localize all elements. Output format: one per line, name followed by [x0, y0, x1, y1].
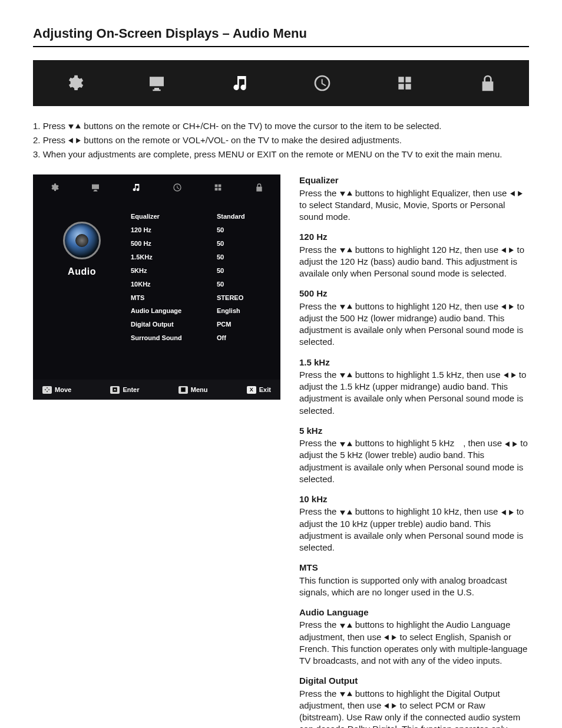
grid-icon: [394, 73, 415, 94]
down-up-arrows-icon: [339, 441, 353, 447]
section-title: Equalizer: [299, 174, 529, 186]
left-right-arrows-icon: [501, 509, 514, 516]
osd-row-label: 5KHz: [131, 266, 147, 275]
osd-screenshot: Audio EqualizerStandard120 Hz50500 Hz501…: [33, 174, 280, 400]
section-body: Press the buttons to highlight 1.5 kHz, …: [299, 369, 529, 417]
osd-row-label: Equalizer: [131, 212, 160, 221]
section: MTSThis function is supported only with …: [299, 562, 529, 598]
osd-row-label: Audio Language: [131, 307, 181, 315]
osd-settings-icon: [49, 183, 59, 192]
osd-row: Audio LanguageEnglish: [131, 304, 264, 318]
back-key-icon: [178, 386, 188, 394]
section-body: Press the buttons to highlight 10 kHz, t…: [299, 506, 529, 554]
section: Digital OutputPress the buttons to highl…: [299, 675, 529, 728]
section: EqualizerPress the buttons to highlight …: [299, 174, 529, 223]
osd-row-label: Surround Sound: [131, 334, 182, 342]
settings-icon: [64, 73, 85, 94]
down-up-arrows-icon: [339, 190, 353, 197]
lock-icon: [477, 73, 498, 94]
section-body: Press the buttons to highlight the Audio…: [299, 619, 529, 667]
left-right-arrows-icon: [510, 190, 523, 197]
osd-lock-icon: [254, 183, 264, 192]
osd-row-value: 50: [217, 280, 264, 289]
left-right-arrows-icon: [384, 703, 397, 709]
osd-footer: Move Enter Menu XExit: [33, 380, 280, 400]
osd-row-value: Standard: [217, 212, 264, 221]
section-title: 1.5 kHz: [299, 357, 529, 368]
step-3: 3. When your adjustments are complete, p…: [33, 149, 529, 160]
step-1: 1. Press buttons on the remote or CH+/CH…: [33, 120, 529, 132]
osd-grid-icon: [213, 183, 223, 192]
osd-row-value: 50: [217, 239, 264, 248]
section-title: MTS: [299, 562, 529, 574]
osd-clock-icon: [173, 183, 182, 192]
down-up-arrows-icon: [68, 123, 81, 130]
section-title: 10 kHz: [299, 493, 529, 505]
osd-row: Digital OutputPCM: [131, 318, 264, 331]
down-up-arrows-icon: [339, 247, 353, 253]
osd-row-value: PCM: [217, 320, 264, 329]
osd-row: 10KHz50: [131, 278, 264, 291]
left-right-arrows-icon: [384, 634, 397, 641]
step-2: 2. Press buttons on the remote or VOL+/V…: [33, 134, 529, 146]
descriptions-column: EqualizerPress the buttons to highlight …: [299, 174, 529, 728]
osd-menu-hint: Menu: [178, 386, 208, 394]
clock-icon: [312, 73, 333, 94]
left-right-arrows-icon: [504, 441, 518, 447]
osd-row-label: Digital Output: [131, 320, 174, 329]
left-right-arrows-icon: [503, 372, 517, 378]
osd-row-value: 50: [217, 226, 264, 235]
section: 1.5 kHzPress the buttons to highlight 1.…: [299, 357, 529, 417]
speaker-graphic: [63, 222, 101, 259]
osd-row-value: 50: [217, 266, 264, 275]
osd-row: MTSSTEREO: [131, 291, 264, 305]
osd-music-icon: [131, 183, 141, 192]
section: Audio LanguagePress the buttons to highl…: [299, 607, 529, 667]
down-up-arrows-icon: [339, 509, 353, 516]
left-right-arrows-icon: [501, 247, 514, 253]
x-key-icon: X: [247, 386, 256, 394]
page-title: Adjusting On-Screen Displays – Audio Men…: [33, 25, 529, 47]
section-body: Press the buttons to highlight Equalizer…: [299, 187, 529, 223]
osd-row: 120 Hz50: [131, 223, 264, 237]
section-body: This function is supported only with ana…: [299, 575, 529, 599]
osd-row-label: 1.5KHz: [131, 253, 153, 262]
osd-enter-hint: Enter: [110, 386, 139, 394]
osd-row-value: English: [217, 307, 264, 315]
osd-row: EqualizerStandard: [131, 210, 264, 223]
down-up-arrows-icon: [339, 691, 353, 697]
osd-row-value: Off: [217, 334, 264, 342]
section-body: Press the buttons to highlight 120 Hz, t…: [299, 301, 529, 348]
down-up-arrows-icon: [339, 304, 353, 310]
osd-row: 500 Hz50: [131, 237, 264, 251]
osd-row-value: 50: [217, 253, 264, 262]
osd-row: Surround SoundOff: [131, 331, 264, 345]
section-body: Press the buttons to highlight the Digit…: [299, 688, 529, 728]
monitor-icon: [146, 73, 167, 94]
section-title: 500 Hz: [299, 288, 529, 299]
instruction-steps: 1. Press buttons on the remote or CH+/CH…: [33, 120, 529, 161]
osd-row-label: 500 Hz: [131, 239, 151, 248]
music-icon: [229, 73, 250, 94]
section-title: 5 kHz: [299, 425, 529, 437]
section: 10 kHzPress the buttons to highlight 10 …: [299, 493, 529, 554]
osd-settings-list: EqualizerStandard120 Hz50500 Hz501.5KHz5…: [131, 210, 264, 379]
section: 120 HzPress the buttons to highlight 120…: [299, 231, 529, 279]
osd-row: 5KHz50: [131, 264, 264, 278]
osd-row-label: 120 Hz: [131, 226, 151, 235]
down-up-arrows-icon: [339, 622, 353, 629]
section-body: Press the buttons to highlight 5 kHz , t…: [299, 437, 529, 485]
section-body: Press the buttons to highlight 120 Hz, t…: [299, 244, 529, 280]
section-title: Digital Output: [299, 675, 529, 687]
osd-exit-hint: XExit: [247, 386, 271, 394]
osd-row: 1.5KHz50: [131, 251, 264, 264]
left-right-arrows-icon: [68, 137, 81, 144]
top-menu-strip: [33, 60, 529, 106]
section: 500 HzPress the buttons to highlight 120…: [299, 288, 529, 348]
section-title: Audio Language: [299, 607, 529, 618]
osd-category-label: Audio: [49, 265, 114, 278]
left-right-arrows-icon: [501, 304, 514, 310]
section-title: 120 Hz: [299, 231, 529, 243]
osd-row-value: STEREO: [217, 294, 264, 302]
osd-row-label: 10KHz: [131, 280, 151, 289]
